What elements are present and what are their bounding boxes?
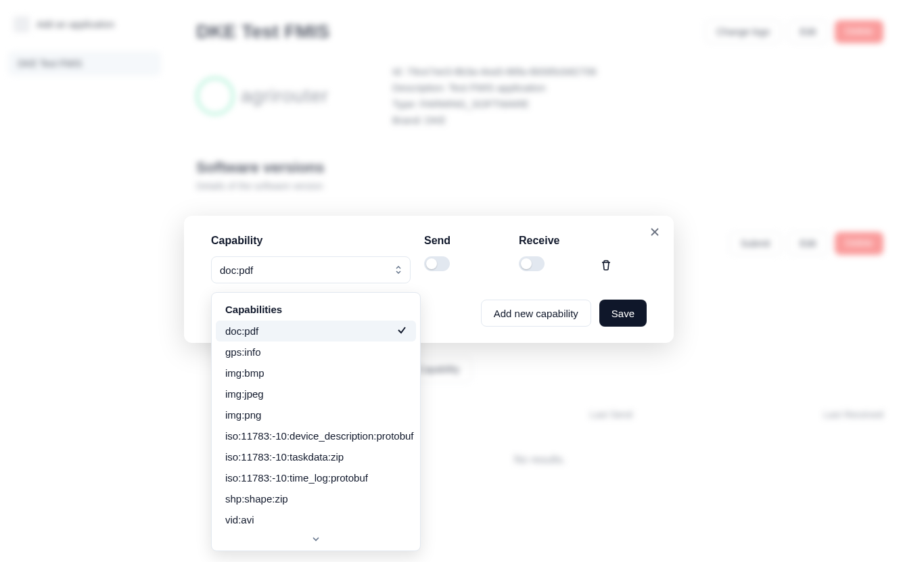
add-new-capability-button[interactable]: Add new capability xyxy=(481,300,591,327)
dropdown-item[interactable]: iso:11783:-10:time_log:protobuf xyxy=(216,467,416,488)
send-label: Send xyxy=(424,235,505,247)
dropdown-item-label: shp:shape:zip xyxy=(225,493,288,505)
chevron-down-icon[interactable] xyxy=(216,530,416,546)
send-col: Send xyxy=(424,235,505,271)
capability-label: Capability xyxy=(211,235,411,247)
dropdown-item[interactable]: iso:11783:-10:taskdata:zip xyxy=(216,446,416,467)
capability-dropdown: Capabilities doc:pdfgps:infoimg:bmpimg:j… xyxy=(211,292,421,551)
dropdown-item[interactable]: gps:info xyxy=(216,342,416,362)
modal-fields-row: Capability doc:pdf Send Receive xyxy=(211,235,647,283)
dropdown-item[interactable]: img:jpeg xyxy=(216,383,416,404)
dropdown-list: doc:pdfgps:infoimg:bmpimg:jpegimg:pngiso… xyxy=(216,321,416,530)
dropdown-item-label: img:png xyxy=(225,409,261,421)
receive-label: Receive xyxy=(519,235,586,247)
close-icon[interactable] xyxy=(648,225,662,239)
dropdown-item[interactable]: vid:avi xyxy=(216,509,416,530)
capability-select-value: doc:pdf xyxy=(220,264,253,276)
receive-col: Receive xyxy=(519,235,586,271)
dropdown-item-label: img:jpeg xyxy=(225,388,264,400)
capability-col: Capability doc:pdf xyxy=(211,235,411,283)
dropdown-item[interactable]: img:bmp xyxy=(216,362,416,383)
dropdown-item-label: img:bmp xyxy=(225,367,264,379)
dropdown-item-label: vid:avi xyxy=(225,514,254,525)
dropdown-item[interactable]: iso:11783:-10:device_description:protobu… xyxy=(216,425,416,446)
dropdown-item-label: doc:pdf xyxy=(225,325,258,337)
dropdown-item-label: iso:11783:-10:time_log:protobuf xyxy=(225,472,368,484)
save-button[interactable]: Save xyxy=(599,300,647,327)
select-caret-icon xyxy=(395,265,402,275)
trash-icon[interactable] xyxy=(600,259,612,271)
trash-col xyxy=(600,235,620,271)
receive-toggle[interactable] xyxy=(519,256,545,271)
dropdown-item-label: iso:11783:-10:device_description:protobu… xyxy=(225,430,414,442)
dropdown-item-label: gps:info xyxy=(225,346,261,358)
dropdown-item-label: iso:11783:-10:taskdata:zip xyxy=(225,451,344,463)
check-icon xyxy=(397,325,407,337)
dropdown-item[interactable]: img:png xyxy=(216,404,416,425)
capability-select[interactable]: doc:pdf xyxy=(211,256,411,283)
send-toggle[interactable] xyxy=(424,256,450,271)
dropdown-item[interactable]: doc:pdf xyxy=(216,321,416,342)
dropdown-item[interactable]: shp:shape:zip xyxy=(216,488,416,509)
dropdown-header: Capabilities xyxy=(216,297,416,321)
